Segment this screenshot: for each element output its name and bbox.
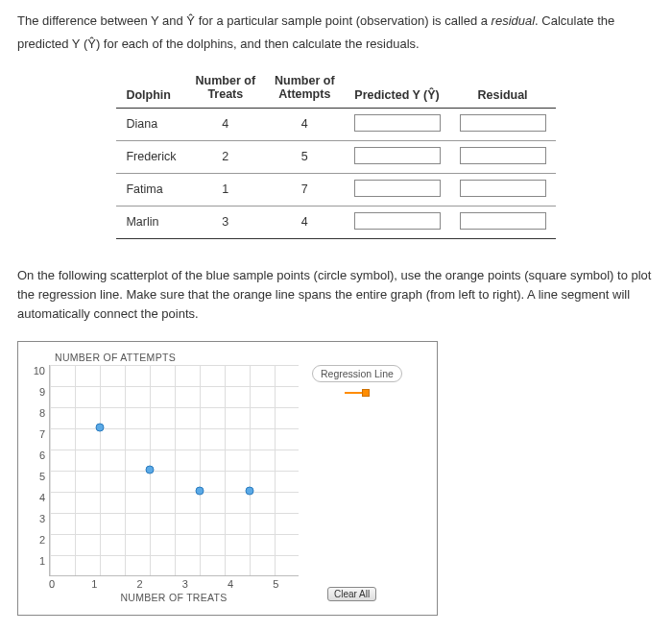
intro-text: . Calculate the — [535, 13, 614, 28]
instructions-paragraph: On the following scatterplot of the blue… — [17, 266, 655, 324]
treats-value: 3 — [186, 206, 266, 238]
col-residual: Residual — [450, 70, 556, 108]
residual-input[interactable] — [460, 212, 546, 230]
treats-value: 2 — [186, 140, 266, 173]
x-tick: 5 — [253, 578, 299, 590]
col-treats-l1: Number of — [196, 74, 256, 87]
y-hat: Ŷ — [186, 13, 195, 28]
y-tick: 9 — [28, 386, 45, 398]
attempts-value: 4 — [265, 206, 345, 238]
table-row: Marlin 3 4 — [116, 206, 555, 238]
y-tick: 10 — [28, 365, 45, 377]
dolphin-name: Fatima — [116, 173, 185, 206]
y-tick: 8 — [28, 407, 45, 419]
col-predicted: Predicted Y (Ŷ) — [345, 70, 450, 108]
intro-paragraph: The difference between Y and Ŷ for a par… — [17, 12, 655, 53]
legend-square-icon — [362, 389, 370, 397]
y-axis-ticks: 10 9 8 7 6 5 4 3 2 1 — [28, 365, 45, 576]
attempts-value: 4 — [265, 108, 345, 140]
y-axis-label: NUMBER OF ATTEMPTS — [55, 352, 427, 363]
dolphin-name: Diana — [116, 108, 185, 140]
y-tick: 7 — [28, 428, 45, 440]
sample-point — [146, 466, 155, 474]
residuals-table: Dolphin Number of Treats Number of Attem… — [116, 70, 555, 239]
x-tick: 4 — [207, 578, 252, 590]
sample-point — [96, 424, 105, 432]
y-tick: 5 — [28, 471, 45, 482]
scatterplot-container: NUMBER OF ATTEMPTS 10 9 8 7 6 5 4 3 2 1 … — [17, 341, 438, 616]
y-tick: 1 — [28, 555, 45, 567]
x-axis-ticks: 0 1 2 3 4 5 — [49, 578, 299, 590]
y-hat: Ŷ — [87, 36, 96, 51]
residual-input[interactable] — [460, 180, 546, 197]
col-attempts-l2: Attempts — [275, 87, 335, 101]
table-row: Fatima 1 7 — [116, 173, 555, 206]
x-tick: 0 — [49, 578, 72, 590]
predicted-input[interactable] — [354, 114, 441, 132]
treats-value: 1 — [186, 173, 266, 206]
legend-key — [312, 386, 402, 398]
x-axis-label: NUMBER OF TREATS — [49, 592, 299, 603]
dolphin-name: Marlin — [116, 206, 185, 238]
x-tick: 2 — [117, 578, 162, 590]
col-attempts: Number of Attempts — [265, 70, 345, 108]
col-dolphin: Dolphin — [116, 70, 185, 108]
predicted-input[interactable] — [354, 212, 441, 230]
y-tick: 6 — [28, 450, 45, 461]
attempts-value: 5 — [265, 140, 345, 173]
clear-all-button[interactable]: Clear All — [327, 587, 376, 601]
col-attempts-l1: Number of — [275, 74, 335, 87]
x-tick: 3 — [162, 578, 207, 590]
predicted-input[interactable] — [354, 180, 441, 197]
residual-input[interactable] — [460, 147, 546, 164]
table-row: Frederick 2 5 — [116, 140, 555, 173]
intro-text: The difference between Y and — [17, 13, 186, 28]
residual-input[interactable] — [460, 114, 546, 132]
legend: Regression Line — [312, 365, 402, 398]
legend-regression-line: Regression Line — [312, 365, 402, 382]
predicted-input[interactable] — [354, 147, 441, 164]
sample-point — [196, 487, 204, 496]
sample-point — [246, 487, 254, 496]
intro-text: ) for each of the dolphins, and then cal… — [96, 36, 420, 51]
legend-line-icon — [345, 392, 362, 394]
col-treats-l2: Treats — [196, 87, 256, 101]
attempts-value: 7 — [265, 173, 345, 206]
treats-value: 4 — [186, 108, 266, 140]
dolphin-name: Frederick — [116, 140, 185, 173]
plot-area[interactable] — [49, 365, 299, 576]
table-row: Diana 4 4 — [116, 108, 555, 140]
y-tick: 4 — [28, 492, 45, 503]
col-treats: Number of Treats — [186, 70, 266, 108]
y-tick: 3 — [28, 513, 45, 524]
term-residual: residual — [492, 13, 536, 28]
intro-text: predicted Y ( — [17, 36, 87, 51]
intro-text: for a particular sample point (observati… — [195, 13, 492, 28]
y-tick: 2 — [28, 534, 45, 546]
x-tick: 1 — [72, 578, 117, 590]
